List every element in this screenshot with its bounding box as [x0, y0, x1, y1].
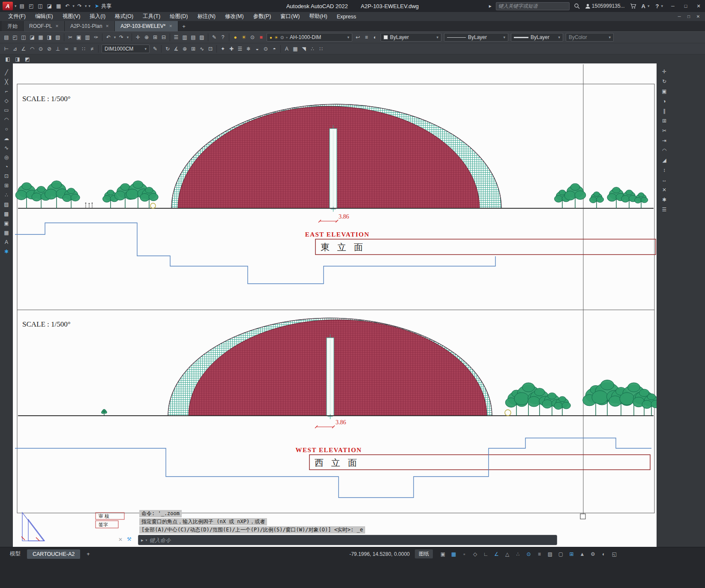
command-recent-caret-icon[interactable]: ▾: [146, 538, 147, 542]
chevron-down-icon[interactable]: ▾: [609, 35, 611, 39]
construction-line-icon[interactable]: ╳: [1, 77, 12, 86]
dim-continue-icon[interactable]: ∷: [79, 44, 88, 53]
move-tool-icon[interactable]: ✛: [659, 67, 669, 76]
object-snap-icon[interactable]: ⊙: [524, 550, 534, 558]
doc-minimize-icon[interactable]: ─: [675, 14, 684, 19]
dimstyle-dropdown[interactable]: DIM1000CM▾: [102, 45, 150, 53]
menu-item-6[interactable]: 绘图(D): [165, 12, 192, 21]
paste-icon[interactable]: ▥: [83, 33, 92, 42]
mtext-tool-icon[interactable]: A: [1, 237, 12, 246]
line-tool-icon[interactable]: ╱: [1, 68, 12, 77]
copy-clip-icon[interactable]: ▣: [75, 33, 83, 42]
title-expand-icon[interactable]: ▸: [486, 0, 494, 12]
make-object-layer-current-icon[interactable]: ✚: [227, 44, 236, 53]
polygon-icon[interactable]: ◇: [1, 96, 12, 105]
paper-model-toggle-icon[interactable]: ▣: [438, 550, 448, 558]
infer-constraints-icon[interactable]: ◇: [470, 550, 480, 558]
autodesk-a-menu[interactable]: A ▾: [639, 0, 653, 12]
dynamic-input-icon[interactable]: ⊞: [567, 550, 576, 558]
quick-dim-icon[interactable]: ≍: [62, 44, 71, 53]
lineweight-dropdown[interactable]: ByLayer▾: [511, 33, 563, 42]
annotation-visibility-icon[interactable]: ▲: [577, 550, 587, 558]
create-block-icon[interactable]: ⊞: [1, 181, 12, 190]
menu-item-1[interactable]: 编辑(E): [30, 12, 58, 21]
tolerance-icon[interactable]: ⊞: [189, 44, 198, 53]
chamfer-tool-icon[interactable]: ◢: [659, 156, 669, 165]
point-tool-icon[interactable]: ∴: [1, 190, 12, 199]
grid-display-icon[interactable]: ▦: [449, 550, 459, 558]
save-all-icon[interactable]: ◪: [28, 33, 36, 42]
command-close-icon[interactable]: ✕: [118, 537, 123, 543]
clean-screen-icon[interactable]: ◱: [609, 550, 619, 558]
layer-states-manager-icon[interactable]: ≡: [362, 33, 371, 42]
extend-tool-icon[interactable]: ⇥: [659, 136, 669, 145]
close-button[interactable]: ✕: [692, 0, 705, 12]
dim-baseline-icon[interactable]: ≡: [71, 44, 79, 53]
linetype-dropdown[interactable]: ByLayer▾: [444, 33, 508, 42]
inspection-dim-icon[interactable]: ⊡: [206, 44, 215, 53]
dim-aligned-icon[interactable]: ⊿: [11, 44, 19, 53]
chevron-down-icon[interactable]: ▾: [144, 47, 147, 51]
plot-icon[interactable]: ▦: [36, 33, 45, 42]
table-style-icon[interactable]: ▦: [291, 44, 300, 53]
layer-isolate-icon[interactable]: ◐: [371, 33, 379, 42]
command-customize-icon[interactable]: ⚒: [127, 536, 132, 542]
redo-menu-icon[interactable]: ▾: [84, 0, 88, 12]
layer-previous-icon[interactable]: ↩: [354, 33, 362, 42]
help-icon[interactable]: ?: [219, 33, 227, 42]
help-menu[interactable]: ? ▾: [653, 0, 666, 12]
transparency-icon[interactable]: ▨: [545, 550, 555, 558]
chevron-down-icon[interactable]: ▾: [503, 35, 505, 39]
grip-handle[interactable]: [580, 514, 585, 519]
design-center-icon[interactable]: ▥: [180, 33, 189, 42]
object-snap-tracking-icon[interactable]: ∴: [513, 550, 523, 558]
fillet-tool-icon[interactable]: ◠: [659, 146, 669, 155]
menu-item-11[interactable]: 帮助(H): [304, 12, 332, 21]
file-tab-0[interactable]: 开始: [2, 21, 24, 31]
autocad-logo-icon[interactable]: A: [3, 2, 13, 10]
point-style-icon[interactable]: ∴: [308, 44, 317, 53]
ortho-mode-icon[interactable]: ∟: [481, 550, 491, 558]
save-all-icon[interactable]: ◪: [45, 0, 54, 12]
layer-dropdown[interactable]: ●☀⊙▫AH-1000-DIM▾: [267, 33, 352, 42]
plot-preview-icon[interactable]: ◨: [45, 33, 54, 42]
jogged-dim-icon[interactable]: ∿: [198, 44, 206, 53]
offset-tool-icon[interactable]: ∥: [659, 106, 669, 115]
mirror-tool-icon[interactable]: ◑: [659, 96, 669, 105]
new-layout-button[interactable]: +: [81, 549, 95, 559]
layer-match-icon[interactable]: ✦: [219, 44, 227, 53]
layer-walk-icon[interactable]: ☰: [236, 44, 244, 53]
match-properties-icon[interactable]: ✑: [92, 33, 100, 42]
menu-item-12[interactable]: Express: [332, 12, 361, 21]
save-icon[interactable]: ◫: [19, 33, 28, 42]
tool-palettes-icon[interactable]: ▤: [189, 33, 198, 42]
ellipse-tool-icon[interactable]: ◎: [1, 153, 12, 162]
user-account-icon[interactable]: 1505999135...: [582, 0, 627, 12]
dim-break-icon[interactable]: ≠: [88, 44, 96, 53]
arc-tool-icon[interactable]: ◠: [1, 115, 12, 124]
circle-tool-icon[interactable]: ○: [1, 124, 12, 133]
markup-icon[interactable]: ✎: [210, 33, 219, 42]
search-box[interactable]: [496, 2, 570, 10]
cut-icon[interactable]: ✂: [66, 33, 75, 42]
doc-restore-icon[interactable]: □: [684, 14, 693, 19]
plotstyle-dropdown[interactable]: ByColor▾: [566, 33, 614, 42]
drawing-area[interactable]: SCALE : 1/500°3.86EAST ELEVATION東 立 面SCA…: [13, 63, 657, 547]
scale-tool-icon[interactable]: ↕: [659, 165, 669, 174]
new-icon[interactable]: ▤: [18, 0, 27, 12]
new-tab-button[interactable]: +: [178, 21, 189, 31]
undo-list-icon[interactable]: ▾: [113, 33, 117, 42]
dim-style-edit-icon[interactable]: ✎: [151, 44, 159, 53]
selection-cycling-icon[interactable]: ▢: [556, 550, 566, 558]
erase-tool-icon[interactable]: ✕: [659, 185, 669, 194]
chevron-down-icon[interactable]: ▾: [347, 35, 349, 39]
layer-sun-icon[interactable]: ☀: [240, 33, 248, 42]
layer-freeze-icon[interactable]: ❄: [244, 44, 253, 53]
tab-close-icon[interactable]: ✕: [55, 24, 59, 28]
text-style-icon[interactable]: A: [282, 44, 291, 53]
search-icon[interactable]: [571, 0, 582, 12]
zoom-realtime-icon[interactable]: ⊕: [142, 33, 151, 42]
redo-icon[interactable]: ↷: [117, 33, 126, 42]
dim-text-angle-icon[interactable]: ∡: [172, 44, 180, 53]
snap-mode-icon[interactable]: ▫: [459, 550, 469, 558]
